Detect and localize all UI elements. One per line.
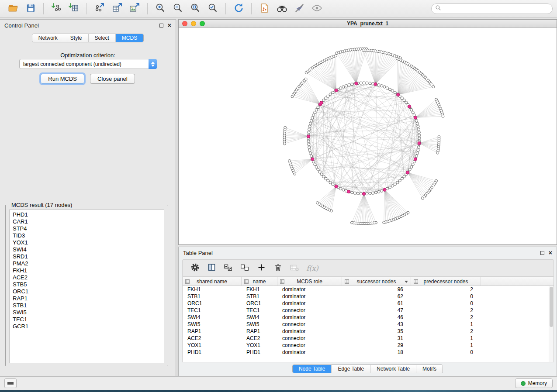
mcds-result-item[interactable]: FKH1: [10, 267, 164, 274]
table-row[interactable]: TEC1TEC1connector472: [183, 307, 554, 314]
mcds-dominator-node[interactable]: [335, 89, 338, 92]
mcds-result-item[interactable]: TEC1: [10, 316, 164, 323]
network-node[interactable]: [351, 83, 353, 86]
export-web-button[interactable]: [256, 1, 273, 16]
network-node[interactable]: [315, 165, 318, 168]
network-node[interactable]: [415, 119, 418, 122]
network-node[interactable]: [348, 84, 350, 86]
network-node[interactable]: [412, 111, 414, 113]
export-image-button[interactable]: [126, 1, 143, 16]
mcds-dominator-node[interactable]: [397, 93, 400, 96]
network-node[interactable]: [316, 202, 319, 204]
tab-edge-table[interactable]: Edge Table: [331, 365, 370, 373]
deselect-all-columns-button[interactable]: [238, 261, 252, 275]
network-node[interactable]: [317, 168, 319, 171]
network-node[interactable]: [442, 115, 444, 117]
network-node[interactable]: [327, 179, 329, 182]
mcds-result-item[interactable]: STP4: [10, 225, 164, 232]
mcds-result-item[interactable]: SRD1: [10, 253, 164, 260]
network-node[interactable]: [325, 97, 327, 100]
mcds-result-item[interactable]: PMA2: [10, 260, 164, 267]
mcds-dominator-node[interactable]: [406, 171, 409, 174]
network-node[interactable]: [417, 149, 419, 151]
network-node[interactable]: [396, 181, 399, 184]
mcds-dominator-node[interactable]: [408, 105, 411, 108]
network-node[interactable]: [345, 85, 347, 87]
network-node[interactable]: [405, 101, 408, 104]
mcds-dominator-node[interactable]: [335, 185, 338, 188]
refresh-layout-button[interactable]: [230, 1, 247, 16]
network-node[interactable]: [312, 114, 315, 117]
network-node[interactable]: [308, 149, 311, 151]
network-node[interactable]: [398, 179, 401, 182]
network-node[interactable]: [401, 177, 403, 180]
network-node[interactable]: [309, 152, 312, 155]
network-node[interactable]: [371, 192, 374, 194]
memory-button[interactable]: Memory: [515, 378, 553, 388]
table-row[interactable]: ACE2ACE2connector311: [183, 335, 554, 342]
run-mcds-button[interactable]: Run MCDS: [41, 74, 84, 84]
table-scrollbar[interactable]: [549, 286, 554, 362]
network-node[interactable]: [366, 82, 368, 84]
close-panel-button[interactable]: Close panel: [90, 74, 135, 84]
network-node[interactable]: [332, 183, 334, 186]
network-node[interactable]: [304, 78, 307, 80]
mcds-result-item[interactable]: RAP1: [10, 295, 164, 302]
table-settings-button[interactable]: [188, 261, 202, 275]
network-node[interactable]: [369, 192, 371, 195]
mcds-dominator-node[interactable]: [355, 82, 358, 85]
network-node[interactable]: [417, 125, 419, 128]
network-node[interactable]: [380, 189, 383, 192]
network-node[interactable]: [332, 91, 334, 94]
open-file-button[interactable]: [4, 1, 22, 16]
clear-table-button[interactable]: [287, 261, 301, 275]
mcds-dominator-node[interactable]: [414, 116, 417, 119]
tab-style[interactable]: Style: [64, 34, 88, 42]
mcds-dominator-node[interactable]: [383, 188, 386, 191]
network-node[interactable]: [380, 85, 383, 87]
network-node[interactable]: [360, 193, 362, 195]
network-node[interactable]: [418, 131, 420, 134]
network-node[interactable]: [383, 221, 385, 224]
network-node[interactable]: [403, 175, 405, 178]
network-node[interactable]: [339, 187, 342, 190]
network-node[interactable]: [325, 177, 327, 180]
scrollbar-thumb[interactable]: [550, 287, 553, 327]
mcds-result-item[interactable]: ACE2: [10, 274, 164, 281]
float-panel-icon[interactable]: [540, 251, 544, 255]
network-node[interactable]: [322, 99, 325, 102]
network-node[interactable]: [335, 55, 337, 57]
zoom-selected-button[interactable]: [204, 1, 221, 16]
network-node[interactable]: [412, 163, 414, 165]
network-node[interactable]: [374, 191, 377, 194]
close-panel-icon[interactable]: ×: [549, 251, 552, 255]
mcds-dominator-node[interactable]: [418, 141, 421, 144]
tab-node-table[interactable]: Node Table: [293, 365, 332, 373]
network-node[interactable]: [339, 87, 342, 89]
network-node[interactable]: [418, 134, 421, 137]
close-panel-icon[interactable]: ×: [168, 23, 171, 28]
network-node[interactable]: [403, 99, 405, 102]
network-node[interactable]: [416, 122, 419, 125]
tab-motifs[interactable]: Motifs: [416, 365, 443, 373]
network-node[interactable]: [317, 106, 319, 109]
mcds-dominator-node[interactable]: [374, 83, 377, 86]
float-panel-icon[interactable]: [159, 24, 163, 28]
import-network-button[interactable]: [48, 1, 65, 16]
mcds-dominator-node[interactable]: [347, 190, 350, 193]
zoom-in-button[interactable]: [152, 1, 169, 16]
network-node[interactable]: [410, 108, 413, 111]
network-canvas[interactable]: [179, 28, 557, 244]
network-node[interactable]: [284, 126, 287, 129]
network-node[interactable]: [436, 151, 439, 154]
add-column-button[interactable]: [254, 261, 268, 275]
network-node[interactable]: [353, 192, 356, 194]
network-window-titlebar[interactable]: YPA_prune.txt_1: [179, 20, 557, 28]
network-node[interactable]: [314, 111, 316, 113]
table-row[interactable]: SWI4SWI4dominator462: [183, 314, 554, 321]
mcds-result-item[interactable]: PHD1: [10, 211, 164, 218]
mcds-result-item[interactable]: STB1: [10, 302, 164, 309]
network-node[interactable]: [391, 185, 394, 187]
mcds-result-item[interactable]: SWI5: [10, 309, 164, 316]
panel-toggle-button[interactable]: [4, 378, 17, 388]
